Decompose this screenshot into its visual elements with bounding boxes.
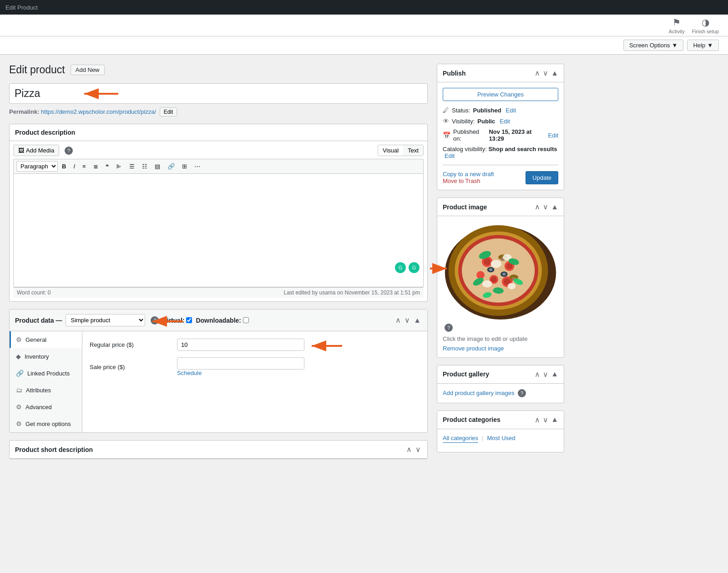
move-trash-link[interactable]: Move to Trash [443, 177, 480, 184]
visibility-edit-link[interactable]: Edit [500, 118, 510, 125]
downloadable-checkbox[interactable] [243, 317, 249, 323]
update-button[interactable]: Update [526, 171, 558, 184]
permalink-label: Permalink: [9, 108, 39, 115]
copy-draft-link[interactable]: Copy to a new draft [443, 171, 494, 177]
product-title-input[interactable] [9, 83, 428, 104]
product-image-close-btn[interactable]: ▲ [551, 203, 558, 211]
publish-up-btn[interactable]: ∧ [535, 69, 540, 77]
publish-body: Preview Changes 🖊 Status: Published Edit… [437, 82, 564, 190]
product-image-help-text: Click the image to edit or update [443, 335, 558, 342]
permalink-url[interactable]: https://demo2.wpscholor.com/product/pizz… [41, 108, 156, 115]
help-label: Help [693, 42, 705, 49]
collapse-down-btn[interactable]: ∨ [404, 316, 411, 325]
editor-content-area[interactable]: G G [13, 173, 424, 287]
virtual-checkbox[interactable] [186, 317, 192, 323]
catalog-visibility-row: Catalog visibility: Shop and search resu… [443, 146, 558, 159]
permalink-edit-button[interactable]: Edit [160, 107, 177, 117]
link-button[interactable]: 🔗 [164, 161, 178, 172]
align-right-button[interactable]: ☷ [139, 161, 151, 172]
short-desc-up-btn[interactable]: ∧ [405, 445, 413, 454]
italic-button[interactable]: I [70, 161, 78, 172]
grammarly-icon-1[interactable]: G [395, 262, 406, 273]
product-data-inner: ⚙ General ◆ Inventory 🔗 Linked Products [10, 331, 427, 432]
product-type-select[interactable]: Simple product Variable product Grouped … [66, 314, 145, 326]
justify-button[interactable]: ▤ [152, 161, 163, 172]
tab-get-more[interactable]: ⚙ Get more options [10, 416, 82, 432]
inventory-icon: ◆ [16, 353, 21, 360]
ordered-list-button[interactable]: ≣ [90, 161, 101, 172]
regular-price-input[interactable] [177, 339, 304, 351]
editor-help-icon[interactable]: ? [65, 147, 73, 155]
bold-button[interactable]: B [59, 161, 69, 172]
editor-actions: 🖼 Add Media ? Visual Text [13, 145, 424, 156]
title-area [9, 83, 428, 107]
general-icon: ⚙ [16, 336, 22, 343]
product-gallery-body: Add product gallery images ? [437, 384, 564, 403]
product-image-help-icon[interactable]: ? [445, 324, 453, 332]
tab-get-more-label: Get more options [25, 421, 71, 427]
add-media-icon: 🖼 [18, 147, 24, 154]
tab-linked-products[interactable]: 🔗 Linked Products [10, 365, 82, 382]
text-tab[interactable]: Text [403, 145, 423, 156]
visibility-row: 👁 Visibility: Public Edit [443, 117, 558, 125]
add-gallery-link[interactable]: Add product gallery images [443, 390, 515, 396]
product-image-container[interactable] [443, 222, 558, 321]
short-desc-down-btn[interactable]: ∨ [415, 445, 422, 454]
align-left-button[interactable]: ⫸ [113, 161, 125, 172]
finish-setup-label: Finish setup [692, 29, 719, 34]
published-edit-link[interactable]: Edit [548, 132, 558, 139]
svg-point-28 [491, 260, 501, 268]
publish-close-btn[interactable]: ▲ [551, 69, 558, 77]
collapse-up-btn[interactable]: ∧ [394, 316, 402, 325]
product-gallery-close-btn[interactable]: ▲ [551, 370, 558, 378]
sale-price-input[interactable] [177, 357, 304, 370]
tab-attributes[interactable]: 🗂 Attributes [10, 382, 82, 399]
preview-changes-button[interactable]: Preview Changes [443, 88, 558, 101]
short-description-title: Product short description [15, 446, 93, 453]
description-header: Product description [10, 124, 427, 141]
add-new-button[interactable]: Add New [71, 65, 105, 75]
product-data-help-icon[interactable]: ? [151, 316, 159, 325]
catalog-label: Catalog visibility: [443, 146, 487, 152]
screen-options-chevron-icon: ▼ [672, 42, 678, 49]
regular-price-field: Regular price ($) [90, 339, 420, 351]
product-image-up-btn[interactable]: ∧ [535, 203, 540, 211]
activity-button[interactable]: ⚑ Activity [669, 17, 685, 34]
all-categories-tab[interactable]: All categories [443, 435, 478, 443]
categories-close-btn[interactable]: ▲ [551, 416, 558, 424]
align-center-button[interactable]: ☰ [126, 161, 138, 172]
product-gallery-down-btn[interactable]: ∨ [543, 370, 548, 379]
short-desc-collapse-btns: ∧ ∨ [405, 445, 422, 454]
categories-down-btn[interactable]: ∨ [543, 416, 548, 424]
categories-tabs: All categories | Most Used [443, 435, 558, 443]
add-media-button[interactable]: 🖼 Add Media [13, 145, 59, 156]
catalog-edit-link[interactable]: Edit [445, 152, 455, 159]
most-used-tab[interactable]: Most Used [487, 435, 515, 443]
linked-products-icon: 🔗 [16, 370, 24, 377]
product-image-svg [443, 222, 558, 319]
finish-setup-button[interactable]: ◑ Finish setup [692, 17, 719, 34]
gallery-help-icon[interactable]: ? [518, 389, 526, 397]
product-image-down-btn[interactable]: ∨ [543, 203, 548, 211]
remove-product-image-link[interactable]: Remove product image [443, 345, 558, 352]
grammarly-icon-2[interactable]: G [409, 262, 420, 273]
screen-options-button[interactable]: Screen Options ▼ [623, 40, 683, 51]
categories-up-btn[interactable]: ∧ [535, 416, 540, 424]
table-button[interactable]: ⊞ [179, 161, 190, 172]
status-edit-link[interactable]: Edit [506, 107, 516, 114]
publish-down-btn[interactable]: ∨ [543, 69, 548, 77]
tab-general[interactable]: ⚙ General [10, 331, 82, 348]
regular-price-label: Regular price ($) [90, 341, 172, 348]
more-button[interactable]: ⋯ [191, 161, 203, 172]
paragraph-select[interactable]: Paragraph [16, 161, 58, 172]
catalog-value: Shop and search results [488, 146, 557, 152]
blockquote-button[interactable]: ❝ [102, 161, 112, 172]
tab-advanced[interactable]: ⚙ Advanced [10, 399, 82, 416]
product-gallery-up-btn[interactable]: ∧ [535, 370, 540, 379]
collapse-close-btn[interactable]: ▲ [413, 316, 422, 325]
schedule-link[interactable]: Schedule [177, 370, 202, 376]
help-button[interactable]: Help ▼ [687, 40, 719, 51]
tab-inventory[interactable]: ◆ Inventory [10, 348, 82, 365]
visual-tab[interactable]: Visual [378, 145, 403, 156]
unordered-list-button[interactable]: ≡ [79, 161, 89, 172]
